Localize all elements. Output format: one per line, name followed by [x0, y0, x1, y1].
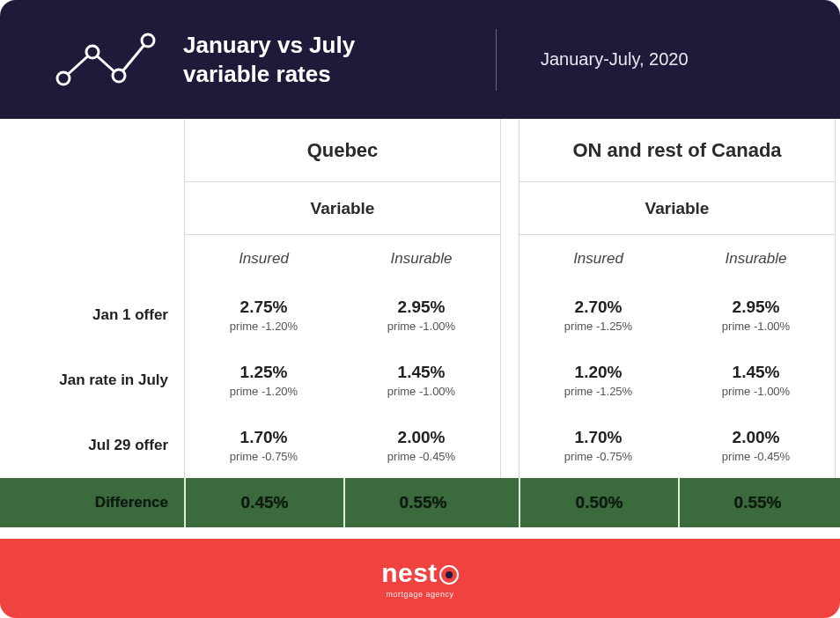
- insurance-type-header: Insured: [519, 235, 677, 283]
- rate-value: 2.95%: [398, 298, 446, 318]
- prime-value: prime -1.00%: [722, 385, 790, 398]
- header: January vs July variable rates January-J…: [0, 0, 840, 119]
- difference-label: Difference: [95, 494, 168, 511]
- svg-point-5: [113, 70, 125, 82]
- prime-value: prime -0.45%: [722, 450, 790, 463]
- rate-value: 1.45%: [398, 363, 446, 383]
- title-line-1: January vs July: [183, 32, 355, 58]
- brand-logo: nest: [381, 558, 459, 588]
- difference-value: 0.55%: [734, 493, 782, 513]
- prime-value: prime -1.00%: [387, 320, 455, 333]
- line-chart-icon: [53, 27, 158, 92]
- difference-value: 0.45%: [241, 493, 289, 513]
- region-header: Quebec: [184, 119, 501, 182]
- table-row: Jan 1 offer 2.75% prime -1.20% 2.95% pri…: [0, 283, 840, 348]
- svg-point-3: [57, 72, 70, 85]
- difference-row: Difference 0.45% 0.55% 0.50% 0.55%: [0, 478, 840, 527]
- footer: nest mortgage agency: [0, 539, 840, 618]
- brand-logo-icon: [439, 565, 459, 585]
- rate-value: 1.70%: [240, 428, 288, 448]
- table-row: Jul 29 offer 1.70% prime -0.75% 2.00% pr…: [0, 413, 840, 478]
- title-line-2: variable rates: [183, 61, 331, 87]
- prime-value: prime -0.75%: [230, 450, 298, 463]
- rate-value: 2.70%: [575, 298, 623, 318]
- rate-value: 2.95%: [733, 298, 780, 318]
- svg-point-6: [142, 34, 154, 47]
- rate-comparison-card: January vs July variable rates January-J…: [0, 0, 840, 618]
- header-divider: [496, 29, 497, 91]
- rate-value: 1.45%: [733, 363, 780, 383]
- region-header: ON and rest of Canada: [519, 119, 836, 182]
- prime-value: prime -1.25%: [564, 385, 632, 398]
- insurance-type-header: Insured: [185, 235, 343, 283]
- rate-value: 1.70%: [575, 428, 623, 448]
- insurance-type-header: Insurable: [343, 235, 500, 283]
- prime-value: prime -0.45%: [387, 450, 455, 463]
- difference-value: 0.50%: [576, 493, 623, 513]
- rate-value: 1.20%: [575, 363, 623, 383]
- table-row: Jan rate in July 1.25% prime -1.20% 1.45…: [0, 348, 840, 413]
- brand-tagline: mortgage agency: [386, 590, 453, 599]
- rate-value: 2.00%: [398, 428, 446, 448]
- rate-value: 1.25%: [240, 363, 288, 383]
- brand-text: nest: [381, 558, 438, 588]
- rate-type-header: Variable: [184, 182, 501, 235]
- row-label: Jan rate in July: [59, 372, 168, 389]
- prime-value: prime -1.00%: [387, 385, 455, 398]
- row-label: Jan 1 offer: [92, 306, 168, 324]
- prime-value: prime -1.25%: [564, 320, 632, 333]
- rate-table: Quebec ON and rest of Canada Variable Va…: [0, 119, 840, 539]
- rate-type-row: Variable Variable: [0, 182, 840, 235]
- header-date-range: January-July, 2020: [541, 49, 805, 70]
- prime-value: prime -0.75%: [564, 450, 632, 463]
- prime-value: prime -1.20%: [230, 385, 298, 398]
- prime-value: prime -1.00%: [722, 320, 790, 333]
- rate-value: 2.75%: [240, 298, 288, 318]
- row-label: Jul 29 offer: [88, 437, 168, 454]
- prime-value: prime -1.20%: [230, 320, 298, 333]
- header-title: January vs July variable rates: [183, 31, 355, 88]
- rate-type-header: Variable: [519, 182, 836, 235]
- insurance-type-header: Insurable: [677, 235, 835, 283]
- difference-value: 0.55%: [400, 493, 447, 513]
- rate-value: 2.00%: [733, 428, 780, 448]
- insurance-type-row: Insured Insurable Insured Insurable: [0, 235, 840, 283]
- svg-point-4: [86, 46, 99, 58]
- region-header-row: Quebec ON and rest of Canada: [0, 119, 840, 182]
